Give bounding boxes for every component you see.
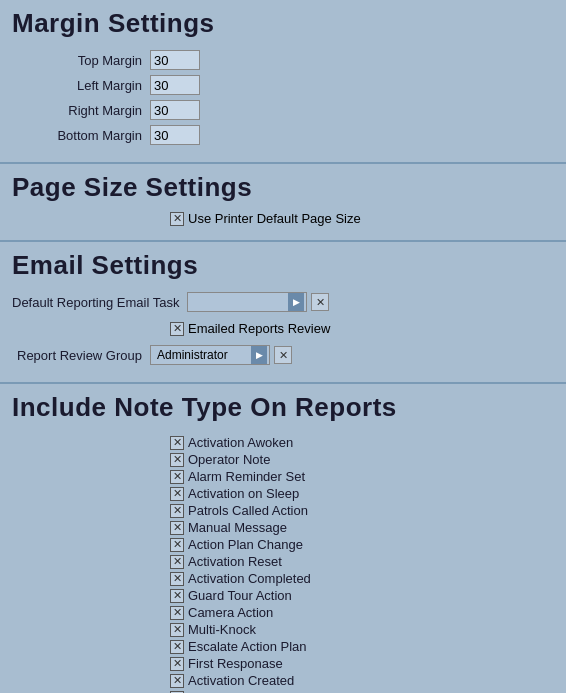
list-item: ✕ Camera Action (170, 605, 566, 620)
margin-label-2: Right Margin (12, 103, 142, 118)
default-task-label: Default Reporting Email Task (12, 295, 179, 310)
report-review-group-clear-button[interactable]: ✕ (274, 346, 292, 364)
list-item: ✕ Activation Completed (170, 571, 566, 586)
note-type-list: ✕ Activation Awoken ✕ Operator Note ✕ Al… (0, 429, 566, 693)
note-checkbox-14[interactable]: ✕ (170, 674, 184, 688)
list-item: ✕ Guard Tour Action (170, 588, 566, 603)
list-item: ✕ Action Plan Change (170, 537, 566, 552)
margin-settings-section: Margin Settings Top Margin Left Margin R… (0, 0, 566, 164)
note-checkbox-12[interactable]: ✕ (170, 640, 184, 654)
note-label-0: Activation Awoken (188, 435, 293, 450)
list-item: ✕ Operator Note (170, 452, 566, 467)
list-item: ✕ Patrols Called Action (170, 503, 566, 518)
note-checkbox-7[interactable]: ✕ (170, 555, 184, 569)
list-item: ✕ Activation on Sleep (170, 486, 566, 501)
note-label-12: Escalate Action Plan (188, 639, 307, 654)
note-checkbox-8[interactable]: ✕ (170, 572, 184, 586)
note-label-5: Manual Message (188, 520, 287, 535)
emailed-reports-label: Emailed Reports Review (188, 321, 330, 336)
list-item: ✕ Activation Reset (170, 554, 566, 569)
report-review-group-dropdown[interactable]: Administrator ▶ (150, 345, 270, 365)
margin-row-1: Left Margin (0, 75, 566, 95)
note-label-10: Camera Action (188, 605, 273, 620)
report-review-group-value: Administrator (153, 348, 232, 362)
margin-settings-title: Margin Settings (0, 0, 566, 45)
note-label-8: Activation Completed (188, 571, 311, 586)
email-settings-section: Email Settings Default Reporting Email T… (0, 242, 566, 384)
list-item: ✕ Activation Awoken (170, 435, 566, 450)
printer-default-checkbox[interactable]: ✕ (170, 212, 184, 226)
dropdown-arrow-icon[interactable]: ▶ (288, 293, 304, 311)
note-label-14: Activation Created (188, 673, 294, 688)
note-label-1: Operator Note (188, 452, 270, 467)
margin-label-3: Bottom Margin (12, 128, 142, 143)
emailed-reports-row: ✕ Emailed Reports Review (0, 317, 566, 340)
list-item: ✕ Escalate Action Plan (170, 639, 566, 654)
list-item: ✕ Activation Created (170, 673, 566, 688)
margin-label-1: Left Margin (12, 78, 142, 93)
report-review-group-label: Report Review Group (12, 348, 142, 363)
note-label-6: Action Plan Change (188, 537, 303, 552)
margin-input-3[interactable] (150, 125, 200, 145)
margin-input-1[interactable] (150, 75, 200, 95)
page-size-title: Page Size Settings (0, 164, 566, 209)
margin-row-3: Bottom Margin (0, 125, 566, 145)
report-review-group-container: Administrator ▶ ✕ (150, 345, 292, 365)
default-task-clear-button[interactable]: ✕ (311, 293, 329, 311)
margin-label-0: Top Margin (12, 53, 142, 68)
email-settings-title: Email Settings (0, 242, 566, 287)
list-item: ✕ Multi-Knock (170, 622, 566, 637)
note-checkbox-2[interactable]: ✕ (170, 470, 184, 484)
page-size-settings-section: Page Size Settings ✕ Use Printer Default… (0, 164, 566, 242)
include-note-type-section: Include Note Type On Reports ✕ Activatio… (0, 384, 566, 693)
list-item: ✕ First Responase (170, 656, 566, 671)
report-review-dropdown-arrow-icon[interactable]: ▶ (251, 346, 267, 364)
note-label-13: First Responase (188, 656, 283, 671)
note-checkbox-11[interactable]: ✕ (170, 623, 184, 637)
note-label-7: Activation Reset (188, 554, 282, 569)
margin-row-0: Top Margin (0, 50, 566, 70)
list-item: ✕ Manual Message (170, 520, 566, 535)
emailed-reports-checkbox[interactable]: ✕ (170, 322, 184, 336)
note-checkbox-4[interactable]: ✕ (170, 504, 184, 518)
note-label-4: Patrols Called Action (188, 503, 308, 518)
note-checkbox-3[interactable]: ✕ (170, 487, 184, 501)
note-checkbox-0[interactable]: ✕ (170, 436, 184, 450)
note-checkbox-13[interactable]: ✕ (170, 657, 184, 671)
report-review-group-row: Report Review Group Administrator ▶ ✕ (0, 345, 566, 365)
note-checkbox-1[interactable]: ✕ (170, 453, 184, 467)
default-task-container: ▶ ✕ (187, 292, 329, 312)
note-label-9: Guard Tour Action (188, 588, 292, 603)
printer-default-row: ✕ Use Printer Default Page Size (0, 209, 566, 228)
include-note-type-title: Include Note Type On Reports (0, 384, 566, 429)
note-checkbox-9[interactable]: ✕ (170, 589, 184, 603)
note-label-3: Activation on Sleep (188, 486, 299, 501)
margin-input-2[interactable] (150, 100, 200, 120)
default-task-row: Default Reporting Email Task ▶ ✕ (0, 292, 566, 312)
note-checkbox-6[interactable]: ✕ (170, 538, 184, 552)
note-label-2: Alarm Reminder Set (188, 469, 305, 484)
list-item: ✕ Alarm Reminder Set (170, 469, 566, 484)
note-checkbox-10[interactable]: ✕ (170, 606, 184, 620)
default-task-dropdown[interactable]: ▶ (187, 292, 307, 312)
note-label-11: Multi-Knock (188, 622, 256, 637)
margin-input-0[interactable] (150, 50, 200, 70)
printer-default-label: Use Printer Default Page Size (188, 211, 361, 226)
margin-row-2: Right Margin (0, 100, 566, 120)
note-checkbox-5[interactable]: ✕ (170, 521, 184, 535)
